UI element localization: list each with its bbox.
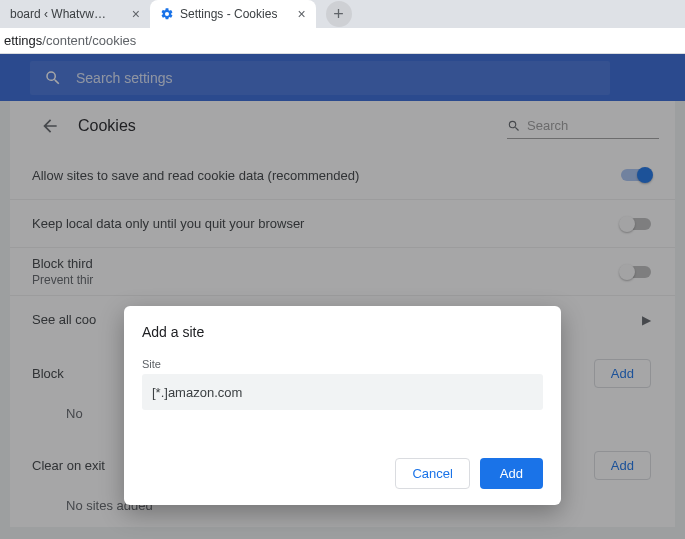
gear-icon xyxy=(160,7,174,21)
tab-settings[interactable]: Settings - Cookies × xyxy=(150,0,316,28)
settings-page: Search settings Cookies Search Allow sit… xyxy=(0,54,685,539)
dialog-actions: Cancel Add xyxy=(142,458,543,489)
close-icon[interactable]: × xyxy=(132,6,140,22)
site-input[interactable] xyxy=(142,374,543,410)
add-site-dialog: Add a site Site Cancel Add xyxy=(124,306,561,505)
tab-title: Settings - Cookies xyxy=(180,7,277,21)
cancel-button[interactable]: Cancel xyxy=(395,458,469,489)
close-icon[interactable]: × xyxy=(297,6,305,22)
address-path: /content/cookies xyxy=(42,33,136,48)
add-button[interactable]: Add xyxy=(480,458,543,489)
tab-whatvwant[interactable]: board ‹ Whatvwant — Wor… × xyxy=(0,0,150,28)
dialog-title: Add a site xyxy=(142,324,543,340)
modal-overlay[interactable]: Add a site Site Cancel Add xyxy=(0,54,685,539)
address-host: ettings xyxy=(4,33,42,48)
tab-title: board ‹ Whatvwant — Wor… xyxy=(10,7,112,21)
tab-strip: board ‹ Whatvwant — Wor… × Settings - Co… xyxy=(0,0,685,28)
new-tab-button[interactable]: + xyxy=(326,1,352,27)
dialog-field-label: Site xyxy=(142,358,543,370)
address-bar[interactable]: ettings/content/cookies xyxy=(0,28,685,54)
